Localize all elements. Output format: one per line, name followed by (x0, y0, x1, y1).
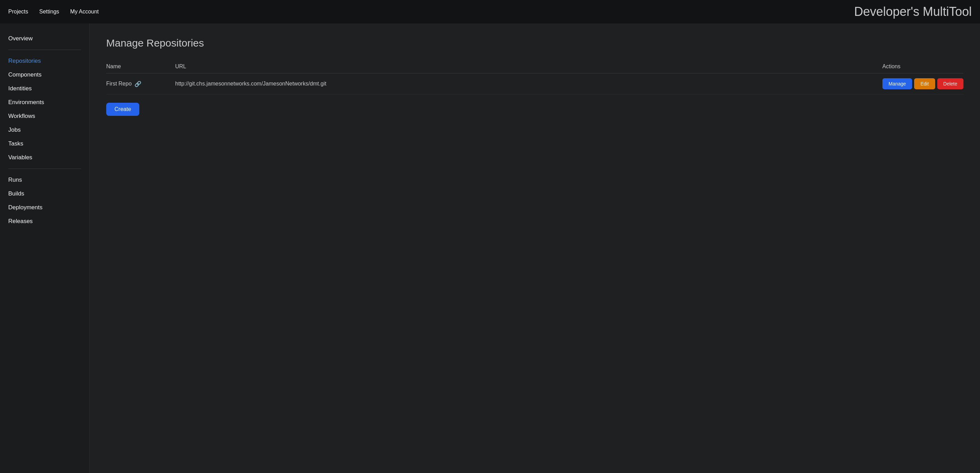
delete-button[interactable]: Delete (937, 78, 963, 89)
topbar: Projects Settings My Account Developer's… (0, 0, 980, 24)
sidebar-item-deployments[interactable]: Deployments (0, 201, 89, 214)
sidebar-item-jobs[interactable]: Jobs (0, 123, 89, 137)
create-button[interactable]: Create (106, 103, 139, 116)
sidebar-item-components[interactable]: Components (0, 68, 89, 82)
nav-settings[interactable]: Settings (39, 9, 59, 15)
sidebar-divider-bottom (8, 168, 81, 169)
sidebar-item-identities[interactable]: Identities (0, 82, 89, 95)
repo-actions-cell: Manage Edit Delete (882, 73, 963, 94)
repo-name-cell: First Repo 🔗 (106, 73, 175, 94)
main-layout: Overview Repositories Components Identit… (0, 24, 980, 473)
sidebar-item-repositories[interactable]: Repositories (0, 54, 89, 68)
manage-button[interactable]: Manage (882, 78, 912, 89)
col-header-actions: Actions (882, 60, 963, 73)
sidebar-item-environments[interactable]: Environments (0, 95, 89, 109)
app-title: Developer's MultiTool (854, 5, 972, 19)
sidebar-item-tasks[interactable]: Tasks (0, 137, 89, 151)
repo-url-cell: http://git.chs.jamesonnetworks.com/James… (175, 73, 882, 94)
link-icon: 🔗 (134, 81, 142, 87)
col-header-url: URL (175, 60, 882, 73)
nav-my-account[interactable]: My Account (70, 9, 99, 15)
col-header-name: Name (106, 60, 175, 73)
sidebar-item-variables[interactable]: Variables (0, 151, 89, 164)
sidebar-item-runs[interactable]: Runs (0, 173, 89, 187)
page-title: Manage Repositories (106, 37, 963, 49)
repo-name-label: First Repo (106, 81, 132, 87)
sidebar: Overview Repositories Components Identit… (0, 24, 90, 473)
sidebar-item-builds[interactable]: Builds (0, 187, 89, 201)
sidebar-item-overview[interactable]: Overview (0, 32, 89, 46)
sidebar-item-workflows[interactable]: Workflows (0, 109, 89, 123)
sidebar-item-releases[interactable]: Releases (0, 214, 89, 228)
main-content: Manage Repositories Name URL Actions Fir… (90, 24, 980, 473)
nav-projects[interactable]: Projects (8, 9, 28, 15)
edit-button[interactable]: Edit (914, 78, 935, 89)
repositories-table: Name URL Actions First Repo 🔗 http://git… (106, 60, 963, 94)
topbar-nav: Projects Settings My Account (8, 9, 99, 15)
table-row: First Repo 🔗 http://git.chs.jamesonnetwo… (106, 73, 963, 94)
